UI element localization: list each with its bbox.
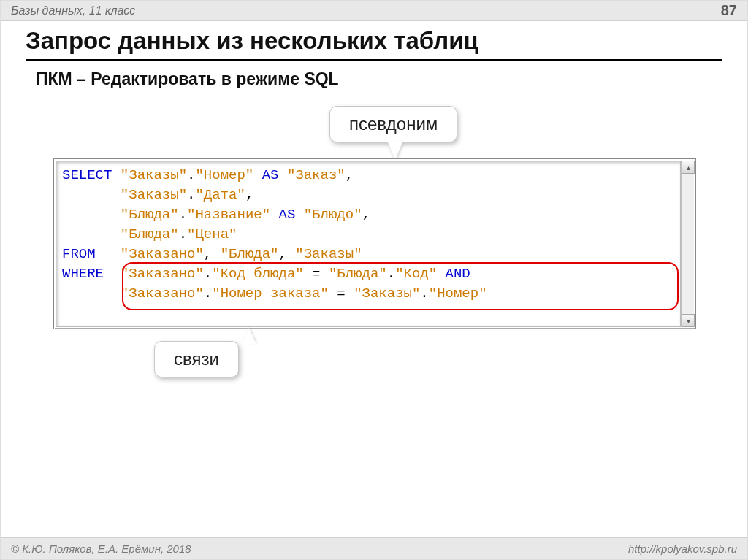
sql-text	[279, 167, 287, 183]
sql-code-area[interactable]: SELECT "Заказы"."Номер" AS "Заказ", "Зак…	[56, 161, 681, 327]
sql-text	[62, 207, 121, 223]
callout-links: связи	[154, 341, 239, 377]
sql-identifier: "Заказы"	[295, 246, 362, 262]
sql-identifier: "Блюда"	[221, 246, 279, 262]
slide: Базы данных, 11 класс 87 Запрос данных и…	[0, 0, 748, 560]
sql-text	[270, 207, 278, 223]
sql-identifier: "Номер"	[429, 285, 487, 302]
vertical-scrollbar[interactable]: ▴ ▾	[681, 161, 694, 327]
sql-text	[104, 266, 121, 282]
sql-keyword: AND	[446, 266, 470, 282]
sql-keyword: FROM	[62, 246, 96, 262]
sql-text: =	[304, 266, 329, 282]
footer-url: http://kpolyakov.spb.ru	[628, 542, 737, 555]
sql-text: ,	[279, 246, 296, 262]
sql-editor-frame: SELECT "Заказы"."Номер" AS "Заказ", "Зак…	[53, 158, 696, 329]
sql-text	[295, 207, 303, 223]
breadcrumb: Базы данных, 11 класс	[11, 4, 135, 18]
sql-text: .	[204, 266, 212, 282]
sql-text: .	[420, 285, 428, 302]
sql-text: =	[329, 285, 354, 302]
sql-keyword: AS	[279, 207, 296, 223]
sql-identifier: "Блюда"	[121, 226, 179, 242]
callout-pointer-icon	[388, 142, 402, 160]
sql-text: .	[187, 167, 195, 183]
sql-identifier: "Заказы"	[121, 167, 187, 183]
scroll-down-button[interactable]: ▾	[682, 314, 695, 327]
page-title: Запрос данных из нескольких таблиц	[26, 27, 722, 61]
sql-text: .	[204, 285, 212, 302]
footer-copyright: © К.Ю. Поляков, Е.А. Ерёмин, 2018	[11, 542, 191, 555]
sql-identifier: "Блюда"	[329, 266, 387, 282]
sql-text: .	[387, 266, 395, 282]
sql-text	[253, 167, 262, 183]
sql-keyword: SELECT	[62, 167, 112, 183]
sql-text	[62, 226, 121, 242]
sql-identifier: "Заказы"	[354, 285, 420, 302]
sql-identifier: "Блюда"	[121, 207, 179, 223]
sql-identifier: "Код блюда"	[212, 266, 303, 282]
sql-identifier: "Код"	[395, 266, 437, 282]
top-bar: Базы данных, 11 класс 87	[1, 1, 747, 21]
sql-text	[62, 285, 121, 302]
sql-text: .	[187, 187, 195, 203]
sql-identifier: "Номер"	[195, 167, 253, 183]
page-subtitle: ПКМ – Редактировать в режиме SQL	[36, 69, 339, 89]
scroll-up-button[interactable]: ▴	[682, 161, 695, 174]
sql-identifier: "Заказ"	[287, 167, 346, 183]
sql-identifier: "Заказано"	[121, 285, 204, 302]
sql-text: .	[179, 207, 187, 223]
sql-text	[437, 266, 445, 282]
sql-text	[96, 246, 121, 262]
sql-text: ,	[245, 187, 253, 203]
sql-identifier: "Блюдо"	[304, 207, 362, 223]
sql-identifier: "Название"	[187, 207, 270, 223]
callout-alias: псевдоним	[329, 106, 457, 142]
sql-text: .	[179, 226, 187, 242]
callout-pointer-icon	[242, 328, 256, 344]
page-number: 87	[721, 2, 737, 19]
sql-identifier: "Заказано"	[121, 266, 204, 282]
sql-keyword: AS	[262, 167, 279, 183]
sql-identifier: "Дата"	[195, 187, 245, 203]
sql-text: ,	[204, 246, 221, 262]
sql-identifier: "Цена"	[187, 226, 237, 242]
footer-bar: © К.Ю. Поляков, Е.А. Ерёмин, 2018 http:/…	[1, 537, 747, 559]
sql-identifier: "Номер заказа"	[212, 285, 329, 302]
sql-keyword: WHERE	[62, 266, 104, 282]
sql-identifier: "Заказы"	[121, 187, 187, 203]
sql-identifier: "Заказано"	[121, 246, 204, 262]
sql-text: ,	[362, 207, 370, 223]
sql-text	[112, 167, 120, 183]
sql-text: ,	[346, 167, 354, 183]
sql-text	[62, 187, 121, 203]
